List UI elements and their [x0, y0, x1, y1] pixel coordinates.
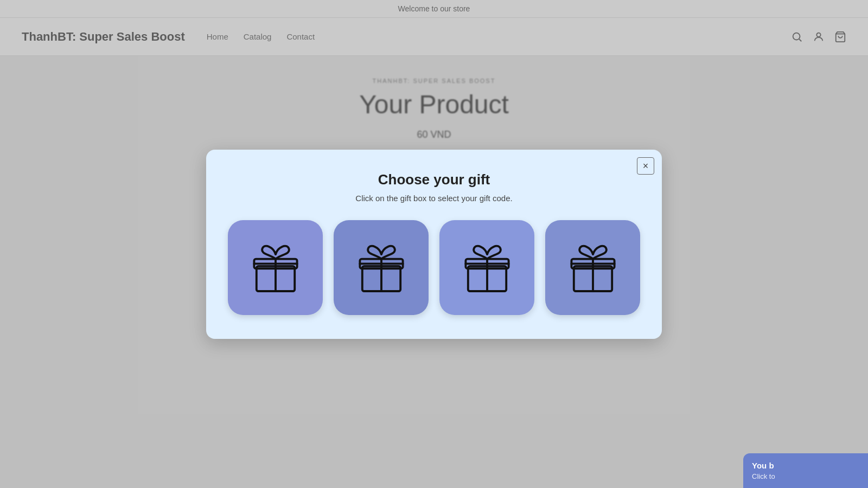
gift-modal: × Choose your gift Click on the gift box… — [206, 150, 662, 339]
gift-icon-3 — [457, 237, 517, 297]
gift-box-1[interactable] — [228, 220, 323, 315]
modal-title: Choose your gift — [226, 171, 642, 188]
modal-backdrop[interactable]: × Choose your gift Click on the gift box… — [0, 0, 868, 488]
modal-subtitle: Click on the gift box to select your gif… — [226, 194, 642, 203]
corner-widget-subtitle: Click to — [752, 472, 859, 480]
gift-box-3[interactable] — [439, 220, 534, 315]
gift-box-4[interactable] — [545, 220, 640, 315]
gift-box-2[interactable] — [334, 220, 429, 315]
gift-icon-1 — [246, 237, 305, 297]
gift-icon-4 — [563, 237, 623, 297]
modal-close-button[interactable]: × — [637, 157, 654, 175]
corner-widget[interactable]: You b Click to — [743, 453, 868, 488]
gift-icon-2 — [352, 237, 411, 297]
gift-boxes-container — [226, 220, 642, 315]
corner-widget-title: You b — [752, 461, 859, 470]
